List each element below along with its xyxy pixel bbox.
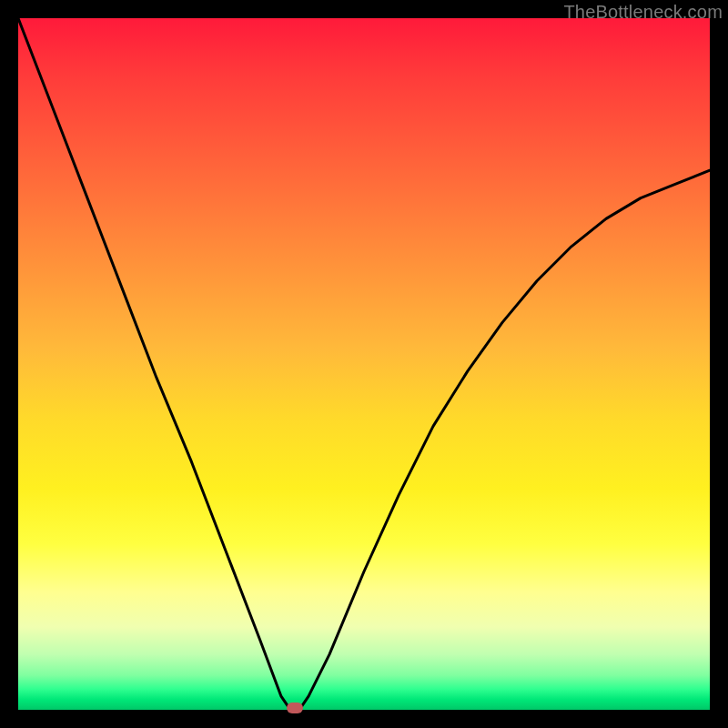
optimal-point-marker (287, 703, 303, 713)
bottleneck-curve (18, 18, 710, 710)
chart-frame: TheBottleneck.com (0, 0, 728, 728)
plot-area (18, 18, 710, 710)
